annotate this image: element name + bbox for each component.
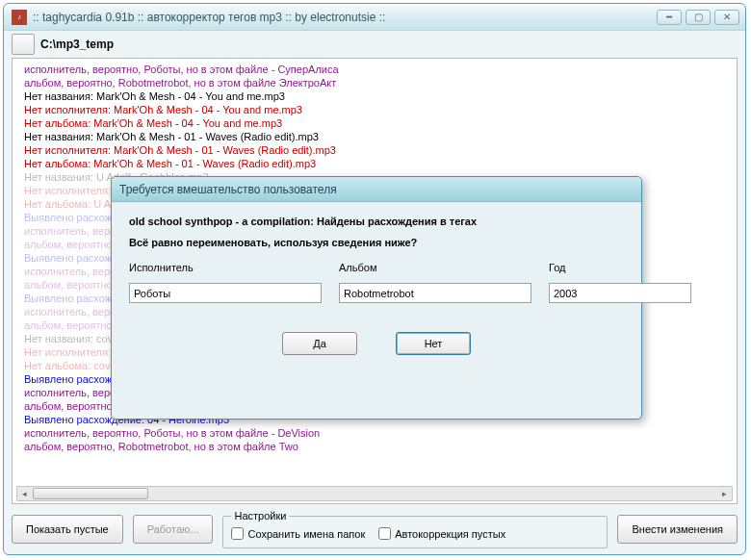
log-line: альбом, вероятно, Robotmetrobot, но в эт… (24, 76, 737, 89)
log-line: альбом, вероятно, Robotmetrobot, но в эт… (24, 440, 737, 453)
dialog-message-1: old school synthpop - a compilation: Най… (129, 216, 624, 227)
settings-legend: Настройки (231, 510, 289, 522)
artist-label: Исполнитель (129, 262, 322, 273)
dialog-button-row: Да Нет (129, 332, 624, 355)
horizontal-scrollbar[interactable]: ◂ ▸ (16, 486, 733, 501)
path-row: C:\mp3_temp (4, 31, 745, 58)
scroll-left-icon[interactable]: ◂ (17, 487, 32, 500)
app-icon: ♪ (12, 10, 27, 25)
year-label: Год (549, 262, 616, 273)
browse-folder-button[interactable] (12, 34, 35, 55)
log-line: Нет исполнителя: Mark'Oh & Mesh - 01 - W… (24, 143, 737, 157)
close-button[interactable]: ✕ (714, 10, 739, 25)
scroll-right-icon[interactable]: ▸ (717, 487, 732, 500)
log-line: Нет названия: Mark'Oh & Mesh - 04 - You … (24, 89, 737, 103)
working-button: Работаю... (133, 515, 214, 544)
main-titlebar[interactable]: ♪ :: taghycardia 0.91b :: автокорректор … (4, 4, 745, 31)
settings-group: Настройки Сохранить имена папок Автокорр… (222, 510, 608, 548)
log-line: исполнитель, вероятно, Роботы, но в этом… (24, 63, 737, 76)
maximize-button[interactable]: ▢ (686, 10, 711, 25)
bottom-panel: Показать пустые Работаю... Настройки Сох… (4, 508, 745, 554)
field-labels-row: Исполнитель Альбом Год (129, 262, 624, 277)
log-line: Нет названия: Mark'Oh & Mesh - 01 - Wave… (24, 130, 737, 143)
field-inputs-row (129, 283, 624, 303)
user-intervention-dialog: Требуется вмешательство пользователя old… (111, 176, 642, 420)
album-input[interactable] (339, 283, 531, 303)
log-line: Нет альбома: Mark'Oh & Mesh - 04 - You a… (24, 116, 737, 130)
save-folders-checkbox[interactable]: Сохранить имена папок (231, 527, 365, 540)
autocorr-empty-input[interactable] (378, 527, 391, 540)
main-title: :: taghycardia 0.91b :: автокорректор те… (33, 11, 385, 24)
current-path: C:\mp3_temp (40, 38, 114, 51)
show-empty-button[interactable]: Показать пустые (12, 515, 123, 544)
yes-button[interactable]: Да (282, 332, 357, 355)
minimize-button[interactable]: ━ (657, 10, 682, 25)
no-button[interactable]: Нет (396, 332, 471, 355)
dialog-title: Требуется вмешательство пользователя (119, 183, 337, 196)
log-line: Нет альбома: Mark'Oh & Mesh - 01 - Waves… (24, 157, 737, 170)
log-line: Нет исполнителя: Mark'Oh & Mesh - 04 - Y… (24, 103, 737, 116)
dialog-titlebar[interactable]: Требуется вмешательство пользователя (112, 177, 641, 202)
save-folders-input[interactable] (231, 527, 244, 540)
album-label: Альбом (339, 262, 531, 273)
artist-input[interactable] (129, 283, 322, 303)
dialog-message-2: Всё равно переименовать, используя сведе… (129, 237, 624, 248)
log-line: исполнитель, вероятно, Роботы, но в этом… (24, 426, 737, 440)
autocorr-empty-checkbox[interactable]: Автокоррекция пустых (378, 527, 505, 540)
year-input[interactable] (549, 283, 691, 303)
dialog-body: old school synthpop - a compilation: Най… (112, 202, 641, 419)
scroll-thumb[interactable] (33, 488, 148, 499)
apply-changes-button[interactable]: Внести изменения (617, 515, 738, 544)
autocorr-empty-label: Автокоррекция пустых (395, 528, 505, 540)
save-folders-label: Сохранить имена папок (247, 528, 365, 540)
